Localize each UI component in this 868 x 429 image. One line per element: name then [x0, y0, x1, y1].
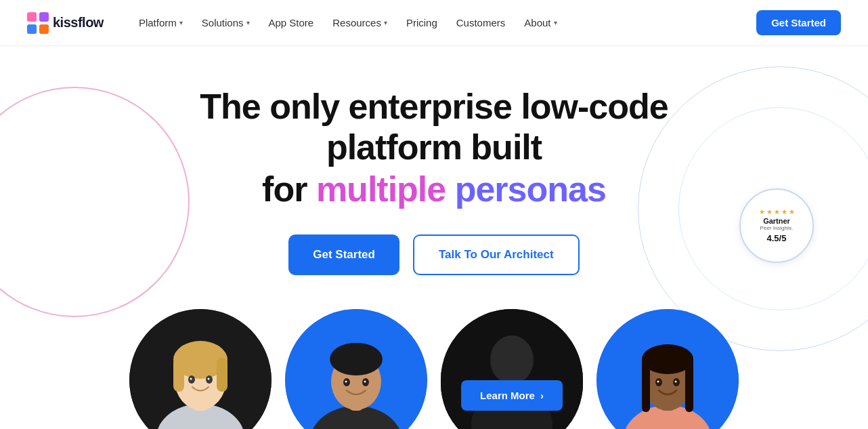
headline-highlight-personas: personas [446, 169, 606, 209]
hero-headline: The only enterprise low-code platform bu… [143, 87, 725, 210]
hero-talk-architect-button[interactable]: Talk To Our Architect [413, 234, 580, 275]
persona-4-image [596, 309, 739, 429]
gartner-rating: 4.5/5 [767, 233, 787, 243]
svg-point-26 [490, 335, 534, 384]
brand-name: kissflow [53, 15, 104, 30]
svg-rect-33 [642, 358, 650, 412]
persona-card-4 [596, 309, 739, 429]
nav-item-about[interactable]: About ▾ [516, 12, 565, 34]
nav-links: Platform ▾ Solutions ▾ App Store Resourc… [131, 12, 756, 34]
persona-card-1 [129, 309, 272, 429]
svg-rect-1 [39, 12, 49, 22]
persona-2-image [285, 309, 427, 429]
svg-rect-34 [685, 358, 693, 412]
svg-rect-3 [39, 24, 49, 34]
svg-rect-9 [173, 358, 184, 392]
svg-point-38 [675, 380, 677, 382]
svg-point-23 [345, 380, 347, 382]
persona-1-image [129, 309, 272, 429]
svg-point-37 [657, 380, 659, 382]
svg-point-24 [364, 380, 366, 382]
nav-item-pricing[interactable]: Pricing [398, 12, 446, 34]
gartner-stars: ★ ★ ★ ★ ★ [759, 208, 795, 216]
logo[interactable]: kissflow [27, 12, 104, 34]
nav-item-solutions[interactable]: Solutions ▾ [194, 12, 258, 34]
svg-point-20 [332, 343, 380, 367]
hero-buttons: Get Started Talk To Our Architect [27, 234, 841, 275]
persona-card-3: Learn More › [441, 309, 583, 429]
star-1: ★ [759, 208, 765, 216]
nav-item-platform[interactable]: Platform ▾ [131, 12, 191, 34]
persona-3-image [441, 309, 583, 429]
svg-point-13 [190, 377, 192, 380]
nav-item-appstore[interactable]: App Store [261, 12, 322, 34]
solutions-chevron-icon: ▾ [246, 19, 250, 26]
learn-more-arrow-icon: › [540, 390, 544, 401]
learn-more-button[interactable]: Learn More › [461, 380, 563, 411]
nav-item-resources[interactable]: Resources ▾ [324, 12, 395, 34]
gartner-brand-name: Gartner [763, 217, 790, 225]
navbar-get-started-button[interactable]: Get Started [756, 10, 841, 35]
star-4: ★ [781, 208, 787, 216]
about-chevron-icon: ▾ [554, 19, 557, 26]
hero-get-started-button[interactable]: Get Started [288, 234, 399, 275]
gartner-badge: ★ ★ ★ ★ ★ Gartner Peer Insights. 4.5/5 [739, 188, 814, 263]
resources-chevron-icon: ▾ [384, 19, 387, 26]
persona-card-2 [285, 309, 427, 429]
svg-rect-10 [217, 358, 227, 392]
logo-icon [27, 12, 49, 34]
persona-row: Learn More › [27, 309, 841, 429]
star-2: ★ [766, 208, 773, 216]
navbar: kissflow Platform ▾ Solutions ▾ App Stor… [0, 0, 868, 46]
svg-rect-0 [27, 12, 37, 22]
star-3: ★ [774, 208, 780, 216]
hero-section: The only enterprise low-code platform bu… [0, 46, 868, 429]
nav-item-customers[interactable]: Customers [448, 12, 514, 34]
star-5: ★ [789, 208, 795, 216]
svg-rect-2 [27, 24, 37, 34]
gartner-sub-label: Peer Insights. [760, 225, 794, 232]
svg-point-14 [208, 377, 210, 380]
headline-highlight-multiple: multiple [316, 169, 446, 209]
platform-chevron-icon: ▾ [179, 19, 183, 26]
